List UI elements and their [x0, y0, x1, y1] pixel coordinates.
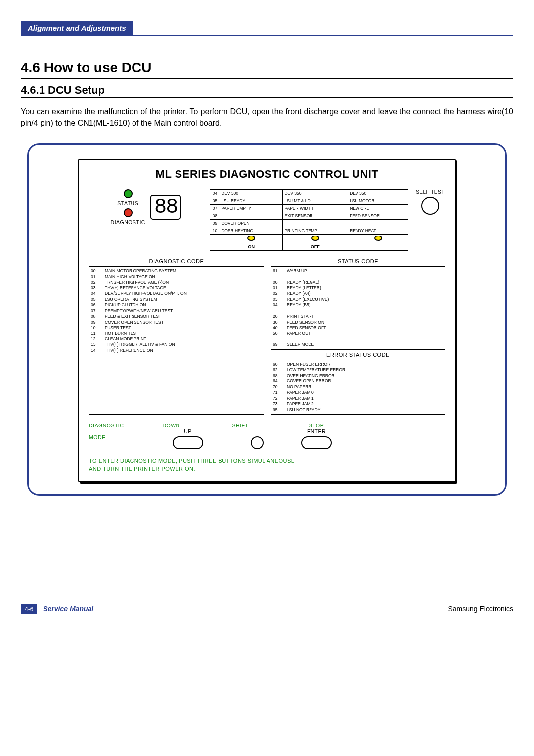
- error-code-title: ERROR STATUS CODE: [271, 350, 445, 360]
- self-test-button[interactable]: [421, 197, 439, 215]
- diag-mode-label: DIAGNOSTIC: [89, 423, 124, 428]
- diagnostic-code-title: DIAGNOSTIC CODE: [89, 256, 264, 267]
- self-test-block: SELF TEST: [415, 189, 445, 251]
- status-block: STATUS DIAGNOSTIC 88: [89, 189, 203, 251]
- stop-label: STOP: [309, 423, 324, 428]
- header-bar: Alignment and Adjustments: [21, 21, 513, 36]
- instruction-text: TO ENTER DIAGNOSTIC MODE, PUSH THREE BUT…: [89, 457, 445, 472]
- dcu-title: ML SERIES DIAGNOSTIC CONTROL UNIT: [89, 168, 445, 181]
- dcu-panel-frame: ML SERIES DIAGNOSTIC CONTROL UNIT STATUS…: [27, 143, 507, 496]
- shift-button[interactable]: [251, 436, 264, 449]
- diagnostic-code-box: DIAGNOSTIC CODE 000102030405060708091011…: [89, 256, 264, 415]
- enter-label: ENTER: [292, 428, 341, 434]
- up-down-button[interactable]: [173, 436, 203, 449]
- led-table: 04DEV 300DEV 350DEV 35005LSU READYLSU MT…: [210, 189, 408, 251]
- error-code-box: ERROR STATUS CODE 606268647071727395 OPE…: [271, 350, 445, 415]
- section-heading: 4.6 How to use DCU: [21, 60, 513, 79]
- status-led-red: [124, 208, 133, 217]
- diagnostic-label: DIAGNOSTIC: [111, 219, 145, 225]
- button-row: DIAGNOSTIC MODE DOWN UP SHIFT STOP ENTER: [89, 423, 445, 449]
- shift-label: SHIFT: [232, 423, 249, 428]
- status-code-box: STATUS CODE 61 0001020304 20304050 69 WA…: [271, 256, 445, 350]
- page-footer: 4-6 Service Manual Samsung Electronics: [21, 605, 513, 613]
- mode-label: MODE: [89, 434, 106, 440]
- subsection-heading: 4.6.1 DCU Setup: [21, 84, 513, 98]
- company-label: Samsung Electronics: [448, 605, 513, 613]
- status-code-title: STATUS CODE: [271, 256, 445, 267]
- dcu-box: ML SERIES DIAGNOSTIC CONTROL UNIT STATUS…: [78, 159, 456, 482]
- body-paragraph: You can examine the malfunction of the p…: [21, 106, 513, 129]
- up-label: UP: [153, 428, 222, 434]
- stop-enter-button[interactable]: [301, 436, 332, 449]
- status-label: STATUS: [117, 200, 138, 206]
- status-led-green: [124, 189, 133, 198]
- self-test-label: SELF TEST: [415, 189, 445, 195]
- segment-display: 88: [150, 195, 181, 220]
- page-number: 4-6: [21, 604, 37, 614]
- service-manual-label: Service Manual: [43, 605, 93, 613]
- header-tab: Alignment and Adjustments: [21, 21, 133, 35]
- down-label: DOWN: [162, 423, 179, 428]
